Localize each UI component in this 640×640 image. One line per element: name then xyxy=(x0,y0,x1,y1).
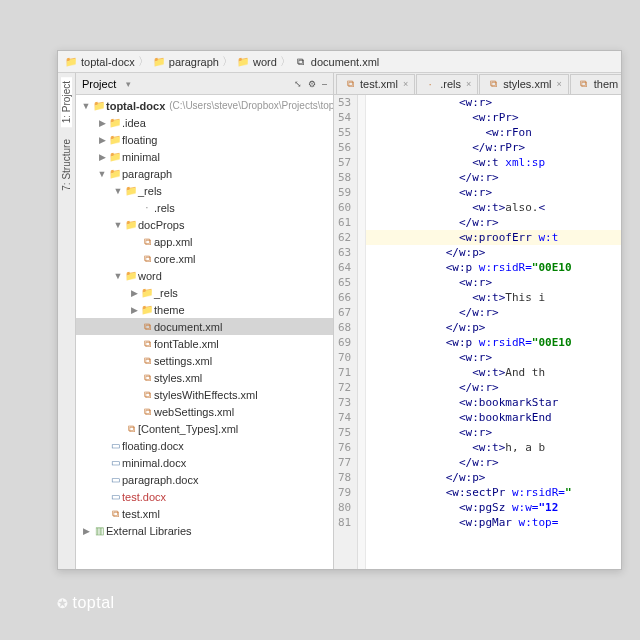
close-icon[interactable]: × xyxy=(557,79,562,89)
tree-label: _rels xyxy=(138,185,162,197)
tree-node[interactable]: ▼📁paragraph xyxy=(76,165,333,182)
code-line[interactable]: <w:t>This i xyxy=(366,290,621,305)
tree-node[interactable]: ⧉app.xml xyxy=(76,233,333,250)
tree-label: floating.docx xyxy=(122,440,184,452)
source[interactable]: <w:r> <w:rPr> <w:rFon </w:rPr> <w:t xml:… xyxy=(366,95,621,569)
line-number: 76 xyxy=(338,440,351,455)
code-line[interactable]: <w:t>also.< xyxy=(366,200,621,215)
tree-node[interactable]: ⧉fontTable.xml xyxy=(76,335,333,352)
code-line[interactable]: <w:pgMar w:top= xyxy=(366,515,621,530)
tree-node[interactable]: ⧉webSettings.xml xyxy=(76,403,333,420)
code-line[interactable]: <w:rFon xyxy=(366,125,621,140)
breadcrumb-item[interactable]: paragraph xyxy=(169,56,219,68)
tree-node[interactable]: ⧉document.xml xyxy=(76,318,333,335)
line-number: 69 xyxy=(338,335,351,350)
editor-tab[interactable]: ⧉test.xml× xyxy=(336,74,415,94)
code-line[interactable]: </w:rPr> xyxy=(366,140,621,155)
tree-label: paragraph.docx xyxy=(122,474,198,486)
tree-node[interactable]: ▭minimal.docx xyxy=(76,454,333,471)
file-icon: 📁 xyxy=(140,287,154,298)
code-line[interactable]: <w:r> xyxy=(366,350,621,365)
twisty-icon[interactable]: ▼ xyxy=(112,186,124,196)
code-line[interactable]: <w:t xml:sp xyxy=(366,155,621,170)
breadcrumb-item[interactable]: document.xml xyxy=(311,56,379,68)
tree-node[interactable]: ▼📁_rels xyxy=(76,182,333,199)
twisty-icon[interactable]: ▶ xyxy=(128,288,140,298)
breadcrumb-item[interactable]: word xyxy=(253,56,277,68)
editor-tab[interactable]: ⧉styles.xml× xyxy=(479,74,569,94)
close-icon[interactable]: × xyxy=(403,79,408,89)
code-editor[interactable]: 5354555657585960616263646566676869707172… xyxy=(334,95,621,569)
code-line[interactable]: </w:p> xyxy=(366,245,621,260)
tree-node[interactable]: ⧉core.xml xyxy=(76,250,333,267)
code-line[interactable]: <w:rPr> xyxy=(366,110,621,125)
breadcrumb-item[interactable]: toptal-docx xyxy=(81,56,135,68)
file-icon: ▭ xyxy=(108,474,122,485)
tree-node[interactable]: ▶📁theme xyxy=(76,301,333,318)
tree-node[interactable]: ▭test.docx xyxy=(76,488,333,505)
twisty-icon[interactable]: ▼ xyxy=(96,169,108,179)
tab-icon: ⧉ xyxy=(343,78,357,90)
twisty-icon[interactable]: ▶ xyxy=(96,135,108,145)
code-line[interactable]: </w:r> xyxy=(366,455,621,470)
code-line[interactable]: <w:r> xyxy=(366,425,621,440)
tree-node[interactable]: ⧉[Content_Types].xml xyxy=(76,420,333,437)
twisty-icon[interactable]: ▶ xyxy=(96,118,108,128)
code-line[interactable]: </w:p> xyxy=(366,470,621,485)
tree-node[interactable]: ▼📁word xyxy=(76,267,333,284)
code-line[interactable]: <w:p w:rsidR="00E10 xyxy=(366,260,621,275)
twisty-icon[interactable]: ▶ xyxy=(128,305,140,315)
tree-node[interactable]: ⧉settings.xml xyxy=(76,352,333,369)
tree-node[interactable]: ▶▥External Libraries xyxy=(76,522,333,539)
code-line[interactable]: <w:bookmarkEnd xyxy=(366,410,621,425)
code-line[interactable]: <w:bookmarkStar xyxy=(366,395,621,410)
tree-node[interactable]: ·.rels xyxy=(76,199,333,216)
hide-icon[interactable]: – xyxy=(322,79,327,89)
tree-node[interactable]: ▶📁.idea xyxy=(76,114,333,131)
tab-structure[interactable]: 7: Structure xyxy=(61,135,72,195)
editor-tabs[interactable]: ⧉test.xml×·.rels×⧉styles.xml×⧉them× xyxy=(334,73,621,95)
tree-node[interactable]: ▶📁_rels xyxy=(76,284,333,301)
twisty-icon[interactable]: ▼ xyxy=(80,101,92,111)
code-line[interactable]: <w:pgSz w:w="12 xyxy=(366,500,621,515)
code-line[interactable]: <w:p w:rsidR="00E10 xyxy=(366,335,621,350)
code-line[interactable]: <w:r> xyxy=(366,275,621,290)
tree-node[interactable]: ⧉stylesWithEffects.xml xyxy=(76,386,333,403)
gear-icon[interactable]: ⚙ xyxy=(308,79,316,89)
twisty-icon[interactable]: ▶ xyxy=(96,152,108,162)
tree-node[interactable]: ⧉test.xml xyxy=(76,505,333,522)
tab-label: .rels xyxy=(440,78,461,90)
tree-label: .rels xyxy=(154,202,175,214)
code-line[interactable]: <w:proofErr w:t xyxy=(366,230,621,245)
tree-node[interactable]: ▶📁minimal xyxy=(76,148,333,165)
editor-tab[interactable]: ·.rels× xyxy=(416,74,478,94)
code-line[interactable]: </w:p> xyxy=(366,320,621,335)
code-line[interactable]: </w:r> xyxy=(366,215,621,230)
project-tree[interactable]: ▼📁toptal-docx(C:\Users\steve\Dropbox\Pro… xyxy=(76,95,333,569)
editor-tab[interactable]: ⧉them× xyxy=(570,74,621,94)
code-line[interactable]: <w:r> xyxy=(366,95,621,110)
tree-node[interactable]: ▼📁toptal-docx(C:\Users\steve\Dropbox\Pro… xyxy=(76,97,333,114)
twisty-icon[interactable]: ▼ xyxy=(112,220,124,230)
line-number: 63 xyxy=(338,245,351,260)
code-line[interactable]: </w:r> xyxy=(366,380,621,395)
tree-node[interactable]: ▭paragraph.docx xyxy=(76,471,333,488)
twisty-icon[interactable]: ▶ xyxy=(80,526,92,536)
code-line[interactable]: <w:t>h, a b xyxy=(366,440,621,455)
code-line[interactable]: <w:t>And th xyxy=(366,365,621,380)
code-line[interactable]: <w:r> xyxy=(366,185,621,200)
breadcrumb[interactable]: 📁toptal-docx〉📁paragraph〉📁word〉⧉document.… xyxy=(58,51,621,73)
code-line[interactable]: <w:sectPr w:rsidR=" xyxy=(366,485,621,500)
collapse-icon[interactable]: ⤡ xyxy=(294,79,302,89)
line-number: 68 xyxy=(338,320,351,335)
twisty-icon[interactable]: ▼ xyxy=(112,271,124,281)
tree-node[interactable]: ⧉styles.xml xyxy=(76,369,333,386)
tab-project[interactable]: 1: Project xyxy=(61,77,72,127)
tree-node[interactable]: ▭floating.docx xyxy=(76,437,333,454)
close-icon[interactable]: × xyxy=(466,79,471,89)
tree-node[interactable]: ▶📁floating xyxy=(76,131,333,148)
breadcrumb-icon: ⧉ xyxy=(294,56,308,68)
code-line[interactable]: </w:r> xyxy=(366,170,621,185)
code-line[interactable]: </w:r> xyxy=(366,305,621,320)
tree-node[interactable]: ▼📁docProps xyxy=(76,216,333,233)
